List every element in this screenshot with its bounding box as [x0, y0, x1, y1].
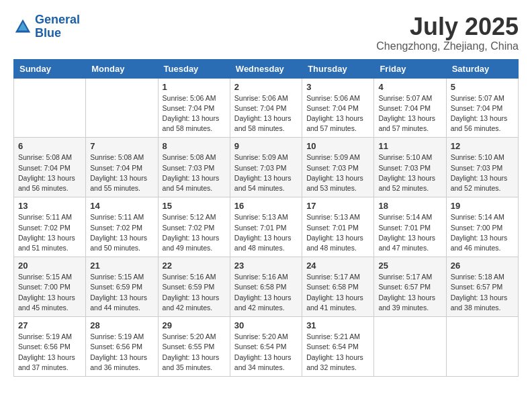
day-number: 19: [451, 201, 514, 211]
day-number: 11: [378, 141, 441, 151]
calendar-cell: 24Sunrise: 5:17 AMSunset: 6:58 PMDayligh…: [302, 257, 374, 317]
col-tuesday: Tuesday: [158, 59, 230, 78]
day-detail: Sunrise: 5:09 AMSunset: 7:03 PMDaylight:…: [234, 152, 298, 193]
day-number: 13: [18, 201, 81, 211]
day-detail: Sunrise: 5:19 AMSunset: 6:56 PMDaylight:…: [90, 332, 153, 373]
calendar-cell: 25Sunrise: 5:17 AMSunset: 6:57 PMDayligh…: [374, 257, 446, 317]
day-detail: Sunrise: 5:11 AMSunset: 7:02 PMDaylight:…: [90, 212, 153, 253]
day-detail: Sunrise: 5:13 AMSunset: 7:01 PMDaylight:…: [306, 212, 369, 253]
day-number: 7: [90, 141, 153, 151]
calendar-cell: 4Sunrise: 5:07 AMSunset: 7:04 PMDaylight…: [374, 78, 446, 138]
day-detail: Sunrise: 5:10 AMSunset: 7:03 PMDaylight:…: [451, 152, 514, 193]
day-number: 3: [306, 82, 369, 92]
day-number: 5: [451, 82, 514, 92]
calendar-cell: 11Sunrise: 5:10 AMSunset: 7:03 PMDayligh…: [374, 138, 446, 197]
location: Chengzhong, Zhejiang, China: [376, 40, 519, 52]
day-detail: Sunrise: 5:21 AMSunset: 6:54 PMDaylight:…: [306, 332, 369, 373]
day-detail: Sunrise: 5:13 AMSunset: 7:01 PMDaylight:…: [234, 212, 298, 253]
calendar-table: Sunday Monday Tuesday Wednesday Thursday…: [13, 59, 519, 377]
day-number: 4: [378, 82, 441, 92]
calendar-week-1: 1Sunrise: 5:06 AMSunset: 7:04 PMDaylight…: [14, 78, 519, 138]
day-number: 26: [451, 261, 514, 271]
calendar-cell: 23Sunrise: 5:16 AMSunset: 6:58 PMDayligh…: [230, 257, 302, 317]
day-number: 12: [451, 141, 514, 151]
day-detail: Sunrise: 5:06 AMSunset: 7:04 PMDaylight:…: [163, 93, 226, 134]
calendar-cell: 3Sunrise: 5:06 AMSunset: 7:04 PMDaylight…: [302, 78, 374, 138]
day-number: 24: [306, 261, 369, 271]
col-thursday: Thursday: [302, 59, 374, 78]
logo-line1: General: [35, 13, 80, 26]
day-detail: Sunrise: 5:17 AMSunset: 6:58 PMDaylight:…: [306, 272, 369, 313]
day-detail: Sunrise: 5:14 AMSunset: 7:00 PMDaylight:…: [451, 212, 514, 253]
day-detail: Sunrise: 5:20 AMSunset: 6:55 PMDaylight:…: [163, 332, 226, 373]
day-detail: Sunrise: 5:20 AMSunset: 6:54 PMDaylight:…: [234, 332, 298, 373]
calendar-cell: 22Sunrise: 5:16 AMSunset: 6:59 PMDayligh…: [158, 257, 230, 317]
calendar-week-2: 6Sunrise: 5:08 AMSunset: 7:04 PMDaylight…: [14, 138, 519, 197]
logo-text: General Blue: [35, 13, 80, 40]
day-number: 8: [163, 141, 226, 151]
calendar-cell: 21Sunrise: 5:15 AMSunset: 6:59 PMDayligh…: [86, 257, 158, 317]
day-detail: Sunrise: 5:10 AMSunset: 7:03 PMDaylight:…: [378, 152, 441, 193]
day-detail: Sunrise: 5:08 AMSunset: 7:04 PMDaylight:…: [18, 152, 81, 193]
logo-icon: [13, 17, 32, 36]
day-number: 15: [163, 201, 226, 211]
day-detail: Sunrise: 5:06 AMSunset: 7:04 PMDaylight:…: [306, 93, 369, 134]
calendar-cell: 30Sunrise: 5:20 AMSunset: 6:54 PMDayligh…: [230, 317, 302, 377]
calendar-cell: 5Sunrise: 5:07 AMSunset: 7:04 PMDaylight…: [446, 78, 518, 138]
col-friday: Friday: [374, 59, 446, 78]
calendar-cell: 19Sunrise: 5:14 AMSunset: 7:00 PMDayligh…: [446, 197, 518, 257]
day-detail: Sunrise: 5:06 AMSunset: 7:04 PMDaylight:…: [234, 93, 298, 134]
col-monday: Monday: [86, 59, 158, 78]
calendar-cell: [86, 78, 158, 138]
day-number: 29: [163, 320, 226, 330]
day-number: 23: [234, 261, 298, 271]
day-number: 17: [306, 201, 369, 211]
calendar-cell: 29Sunrise: 5:20 AMSunset: 6:55 PMDayligh…: [158, 317, 230, 377]
calendar-cell: 18Sunrise: 5:14 AMSunset: 7:01 PMDayligh…: [374, 197, 446, 257]
calendar-week-3: 13Sunrise: 5:11 AMSunset: 7:02 PMDayligh…: [14, 197, 519, 257]
day-detail: Sunrise: 5:16 AMSunset: 6:59 PMDaylight:…: [163, 272, 226, 313]
calendar-cell: 1Sunrise: 5:06 AMSunset: 7:04 PMDaylight…: [158, 78, 230, 138]
day-number: 6: [18, 141, 81, 151]
day-number: 20: [18, 261, 81, 271]
day-number: 9: [234, 141, 298, 151]
calendar-cell: 28Sunrise: 5:19 AMSunset: 6:56 PMDayligh…: [86, 317, 158, 377]
day-detail: Sunrise: 5:11 AMSunset: 7:02 PMDaylight:…: [18, 212, 81, 253]
day-detail: Sunrise: 5:08 AMSunset: 7:03 PMDaylight:…: [163, 152, 226, 193]
day-number: 21: [90, 261, 153, 271]
day-detail: Sunrise: 5:18 AMSunset: 6:57 PMDaylight:…: [451, 272, 514, 313]
day-detail: Sunrise: 5:16 AMSunset: 6:58 PMDaylight:…: [234, 272, 298, 313]
day-number: 10: [306, 141, 369, 151]
day-detail: Sunrise: 5:14 AMSunset: 7:01 PMDaylight:…: [378, 212, 441, 253]
day-number: 31: [306, 320, 369, 330]
month-year: July 2025: [376, 13, 519, 40]
col-saturday: Saturday: [446, 59, 518, 78]
day-detail: Sunrise: 5:19 AMSunset: 6:56 PMDaylight:…: [18, 332, 81, 373]
calendar-cell: 14Sunrise: 5:11 AMSunset: 7:02 PMDayligh…: [86, 197, 158, 257]
calendar-cell: [14, 78, 86, 138]
day-detail: Sunrise: 5:08 AMSunset: 7:04 PMDaylight:…: [90, 152, 153, 193]
calendar-cell: 16Sunrise: 5:13 AMSunset: 7:01 PMDayligh…: [230, 197, 302, 257]
logo: General Blue: [13, 13, 80, 40]
calendar-cell: 9Sunrise: 5:09 AMSunset: 7:03 PMDaylight…: [230, 138, 302, 197]
calendar-cell: 10Sunrise: 5:09 AMSunset: 7:03 PMDayligh…: [302, 138, 374, 197]
calendar-cell: [446, 317, 518, 377]
calendar-cell: 17Sunrise: 5:13 AMSunset: 7:01 PMDayligh…: [302, 197, 374, 257]
day-detail: Sunrise: 5:15 AMSunset: 7:00 PMDaylight:…: [18, 272, 81, 313]
day-detail: Sunrise: 5:09 AMSunset: 7:03 PMDaylight:…: [306, 152, 369, 193]
day-number: 22: [163, 261, 226, 271]
calendar-cell: 7Sunrise: 5:08 AMSunset: 7:04 PMDaylight…: [86, 138, 158, 197]
day-number: 28: [90, 320, 153, 330]
day-number: 18: [378, 201, 441, 211]
day-detail: Sunrise: 5:17 AMSunset: 6:57 PMDaylight:…: [378, 272, 441, 313]
calendar-cell: 26Sunrise: 5:18 AMSunset: 6:57 PMDayligh…: [446, 257, 518, 317]
page-header: General Blue July 2025 Chengzhong, Zheji…: [13, 13, 519, 52]
col-wednesday: Wednesday: [230, 59, 302, 78]
calendar-week-4: 20Sunrise: 5:15 AMSunset: 7:00 PMDayligh…: [14, 257, 519, 317]
day-detail: Sunrise: 5:12 AMSunset: 7:02 PMDaylight:…: [163, 212, 226, 253]
calendar-cell: 15Sunrise: 5:12 AMSunset: 7:02 PMDayligh…: [158, 197, 230, 257]
calendar-cell: 13Sunrise: 5:11 AMSunset: 7:02 PMDayligh…: [14, 197, 86, 257]
day-detail: Sunrise: 5:07 AMSunset: 7:04 PMDaylight:…: [378, 93, 441, 134]
day-number: 25: [378, 261, 441, 271]
day-detail: Sunrise: 5:07 AMSunset: 7:04 PMDaylight:…: [451, 93, 514, 134]
